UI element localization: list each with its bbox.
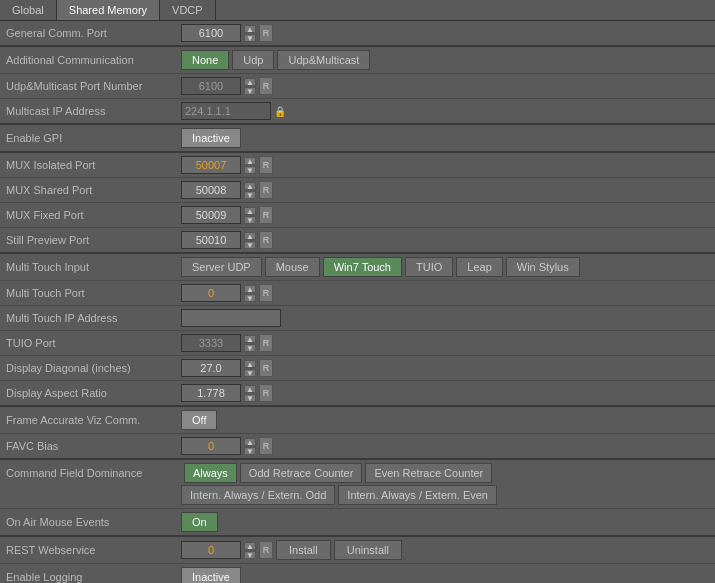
cmd-always[interactable]: Always [184, 463, 237, 483]
main-content: General Comm. Port ▲▼ R Additional Commu… [0, 21, 715, 583]
input-still-preview[interactable] [181, 231, 241, 249]
seg-none[interactable]: None [181, 50, 229, 70]
reset-still-preview[interactable]: R [259, 231, 273, 249]
controls-mux-shared: ▲▼ R [181, 181, 273, 199]
row-enable-logging: Enable Logging Inactive [0, 564, 715, 583]
seg-udp-multicast[interactable]: Udp&Multicast [277, 50, 370, 70]
label-rest-webservice: REST Webservice [6, 544, 181, 556]
spin-still-preview[interactable]: ▲▼ [244, 232, 256, 249]
cmd-intern-even[interactable]: Intern. Always / Extern. Even [338, 485, 497, 505]
controls-mux-isolated: ▲▼ R [181, 156, 273, 174]
controls-multi-touch-port: ▲▼ R [181, 284, 273, 302]
input-tuio-port[interactable] [181, 334, 241, 352]
row-mux-shared: MUX Shared Port ▲▼ R [0, 178, 715, 203]
controls-cmd-dominance-line2: Intern. Always / Extern. Odd Intern. Alw… [181, 485, 497, 505]
btn-frame-accurate[interactable]: Off [181, 410, 217, 430]
input-mux-fixed[interactable] [181, 206, 241, 224]
reset-mux-fixed[interactable]: R [259, 206, 273, 224]
row-general-comm-port: General Comm. Port ▲▼ R [0, 21, 715, 47]
tab-shared-memory[interactable]: Shared Memory [57, 0, 160, 20]
row-favc-bias: FAVC Bias ▲▼ R [0, 434, 715, 460]
input-rest-webservice[interactable] [181, 541, 241, 559]
row-multi-touch-ip: Multi Touch IP Address [0, 306, 715, 331]
tab-vdcp[interactable]: VDCP [160, 0, 216, 20]
spin-favc-bias[interactable]: ▲▼ [244, 438, 256, 455]
spin-rest-webservice[interactable]: ▲▼ [244, 542, 256, 559]
seg-leap[interactable]: Leap [456, 257, 502, 277]
controls-cmd-dominance-line1: Always Odd Retrace Counter Even Retrace … [184, 463, 492, 483]
label-frame-accurate: Frame Accurate Viz Comm. [6, 414, 181, 426]
reset-mux-isolated[interactable]: R [259, 156, 273, 174]
btn-install[interactable]: Install [276, 540, 331, 560]
row-multi-touch-port: Multi Touch Port ▲▼ R [0, 281, 715, 306]
spin-mux-fixed[interactable]: ▲▼ [244, 207, 256, 224]
btn-enable-logging[interactable]: Inactive [181, 567, 241, 583]
cmd-intern-odd[interactable]: Intern. Always / Extern. Odd [181, 485, 335, 505]
label-enable-logging: Enable Logging [6, 571, 181, 583]
spin-mux-isolated[interactable]: ▲▼ [244, 157, 256, 174]
reset-display-aspect[interactable]: R [259, 384, 273, 402]
spin-general-comm-port[interactable]: ▲▼ [244, 25, 256, 42]
reset-favc-bias[interactable]: R [259, 437, 273, 455]
label-additional-comm: Additional Communication [6, 54, 181, 66]
seg-mouse[interactable]: Mouse [265, 257, 320, 277]
cmd-odd-retrace[interactable]: Odd Retrace Counter [240, 463, 363, 483]
spin-multi-touch-port[interactable]: ▲▼ [244, 285, 256, 302]
app-container: Global Shared Memory VDCP General Comm. … [0, 0, 715, 583]
spin-mux-shared[interactable]: ▲▼ [244, 182, 256, 199]
spin-display-aspect[interactable]: ▲▼ [244, 385, 256, 402]
btn-uninstall[interactable]: Uninstall [334, 540, 402, 560]
input-mux-isolated[interactable] [181, 156, 241, 174]
input-favc-bias[interactable] [181, 437, 241, 455]
reset-rest-webservice[interactable]: R [259, 541, 273, 559]
input-multi-touch-port[interactable] [181, 284, 241, 302]
label-multi-touch-port: Multi Touch Port [6, 287, 181, 299]
tab-global[interactable]: Global [0, 0, 57, 20]
seg-server-udp[interactable]: Server UDP [181, 257, 262, 277]
reset-udp-port[interactable]: R [259, 77, 273, 95]
input-mux-shared[interactable] [181, 181, 241, 199]
input-display-aspect[interactable] [181, 384, 241, 402]
seg-win-stylus[interactable]: Win Stylus [506, 257, 580, 277]
btn-enable-gpi[interactable]: Inactive [181, 128, 241, 148]
reset-mux-shared[interactable]: R [259, 181, 273, 199]
reset-general-comm-port[interactable]: R [259, 24, 273, 42]
row-cmd-dominance: Command Field Dominance Always Odd Retra… [0, 460, 715, 509]
label-still-preview: Still Preview Port [6, 234, 181, 246]
controls-display-aspect: ▲▼ R [181, 384, 273, 402]
row-rest-webservice: REST Webservice ▲▼ R Install Uninstall [0, 537, 715, 564]
row-display-aspect: Display Aspect Ratio ▲▼ R [0, 381, 715, 407]
input-multicast-ip[interactable] [181, 102, 271, 120]
label-display-aspect: Display Aspect Ratio [6, 387, 181, 399]
spin-udp-port[interactable]: ▲▼ [244, 78, 256, 95]
input-multi-touch-ip[interactable] [181, 309, 281, 327]
seg-win7-touch[interactable]: Win7 Touch [323, 257, 402, 277]
reset-multi-touch-port[interactable]: R [259, 284, 273, 302]
controls-rest-webservice: ▲▼ R Install Uninstall [181, 540, 402, 560]
input-udp-port[interactable] [181, 77, 241, 95]
input-general-comm-port[interactable] [181, 24, 241, 42]
controls-additional-comm: None Udp Udp&Multicast [181, 50, 370, 70]
controls-frame-accurate: Off [181, 410, 217, 430]
row-still-preview: Still Preview Port ▲▼ R [0, 228, 715, 254]
spin-tuio-port[interactable]: ▲▼ [244, 335, 256, 352]
spin-display-diagonal[interactable]: ▲▼ [244, 360, 256, 377]
reset-display-diagonal[interactable]: R [259, 359, 273, 377]
row-tuio-port: TUIO Port ▲▼ R [0, 331, 715, 356]
row-on-air-mouse: On Air Mouse Events On [0, 509, 715, 537]
label-tuio-port: TUIO Port [6, 337, 181, 349]
seg-udp[interactable]: Udp [232, 50, 274, 70]
controls-on-air-mouse: On [181, 512, 218, 532]
controls-general-comm-port: ▲▼ R [181, 24, 273, 42]
input-display-diagonal[interactable] [181, 359, 241, 377]
btn-on-air-mouse[interactable]: On [181, 512, 218, 532]
controls-udp-port: ▲▼ R [181, 77, 273, 95]
reset-tuio-port[interactable]: R [259, 334, 273, 352]
seg-tuio[interactable]: TUIO [405, 257, 453, 277]
label-favc-bias: FAVC Bias [6, 440, 181, 452]
label-mux-shared: MUX Shared Port [6, 184, 181, 196]
row-multicast-ip: Multicast IP Address 🔒 [0, 99, 715, 125]
label-enable-gpi: Enable GPI [6, 132, 181, 144]
cmd-even-retrace[interactable]: Even Retrace Counter [365, 463, 492, 483]
controls-still-preview: ▲▼ R [181, 231, 273, 249]
